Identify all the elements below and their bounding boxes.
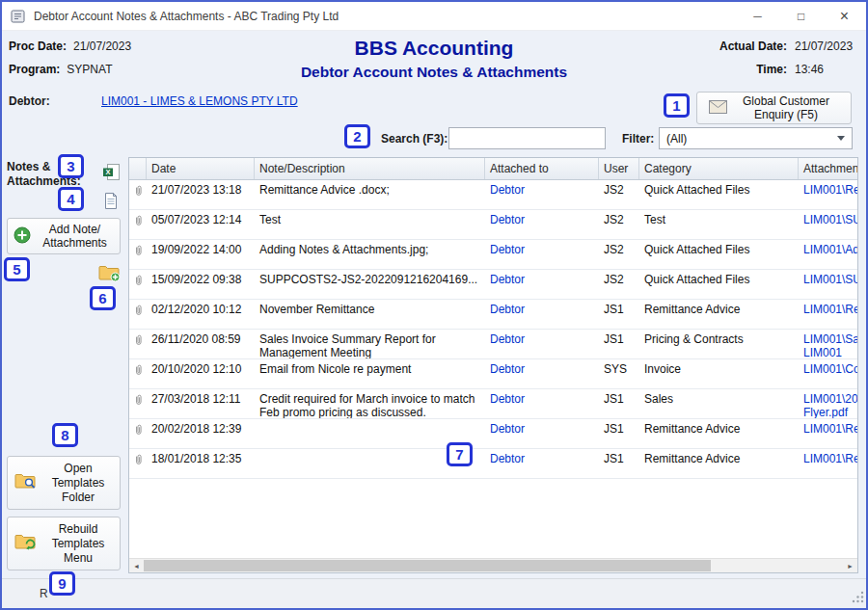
close-button[interactable]: × <box>823 2 866 31</box>
attachment-indicator-cell <box>129 389 147 418</box>
cell-attached-to[interactable]: Debtor <box>485 359 599 388</box>
cell-attachment[interactable]: LIM001\Rem <box>799 419 857 448</box>
resize-grip-icon[interactable] <box>852 591 864 606</box>
column-header-icon[interactable] <box>129 158 147 179</box>
cell-attachment[interactable]: LIM001\Rem <box>799 180 857 209</box>
minimize-button[interactable]: ─ <box>736 2 779 31</box>
cell-attached-to[interactable]: Debtor <box>485 270 599 299</box>
table-row[interactable]: 19/09/2022 14:00 Adding Notes & Attachme… <box>129 240 857 270</box>
column-header-note-description[interactable]: Note/Description <box>255 158 485 179</box>
attachment-indicator-cell <box>129 300 147 329</box>
cell-attached-to[interactable]: Debtor <box>485 330 599 358</box>
cell-attachment[interactable]: LIM001\Com <box>799 359 857 388</box>
column-header-attachment[interactable]: Attachment <box>799 158 857 179</box>
table-header: Date Note/Description Attached to User C… <box>129 158 857 180</box>
search-label: Search (F3): <box>381 132 448 146</box>
table-row[interactable]: 05/07/2023 12:14 Test Debtor JS2 Test LI… <box>129 210 857 240</box>
scroll-left-icon[interactable]: ◄ <box>129 559 144 572</box>
open-templates-folder-button[interactable]: Open Templates Folder <box>7 456 121 510</box>
scrollbar-thumb[interactable] <box>144 560 711 571</box>
attachment-indicator-cell <box>129 180 147 209</box>
cell-note: SUPPCOSTS2-JS2-2022091216204169... <box>255 270 485 299</box>
annotation-badge-2: 2 <box>344 124 370 148</box>
cell-category: Quick Attached Files <box>639 180 799 209</box>
table-row[interactable]: 18/01/2018 12:35 Debtor JS1 Remittance A… <box>129 449 857 479</box>
column-header-category[interactable]: Category <box>639 158 799 179</box>
debtor-label: Debtor: <box>9 94 50 108</box>
debtor-link[interactable]: LIM001 - LIMES & LEMONS PTY LTD <box>101 94 298 108</box>
status-text: R <box>40 587 48 600</box>
maximize-button[interactable]: □ <box>779 2 823 31</box>
filter-selected-value: (All) <box>666 132 837 146</box>
table-row[interactable]: 02/12/2020 10:12 November Remittance Deb… <box>129 300 857 330</box>
table-row[interactable]: 20/02/2018 12:39 Debtor JS1 Remittance A… <box>129 419 857 449</box>
annotation-badge-8: 8 <box>52 423 78 447</box>
cell-category: Pricing & Contracts <box>639 330 799 358</box>
rebuild-templates-menu-label: Rebuild Templates Menu <box>43 522 113 566</box>
paperclip-icon <box>133 423 144 448</box>
app-icon <box>11 9 26 24</box>
cell-attached-to[interactable]: Debtor <box>485 389 599 418</box>
filter-select[interactable]: (All) <box>659 127 853 149</box>
titlebar[interactable]: Debtor Account Notes & Attachments - ABC… <box>2 2 866 31</box>
cell-note: Sales Invoice Summary Report for Managem… <box>255 330 485 358</box>
cell-attached-to[interactable]: Debtor <box>485 419 599 448</box>
add-note-attachments-label: Add Note/ Attachments <box>36 223 115 250</box>
svg-text:X: X <box>105 168 110 176</box>
attachment-indicator-cell <box>129 240 147 269</box>
cell-note: November Remittance <box>255 300 485 329</box>
chevron-down-icon <box>837 136 845 141</box>
add-note-attachments-button[interactable]: Add Note/ Attachments <box>7 218 121 254</box>
document-button[interactable] <box>99 191 122 214</box>
global-customer-enquiry-button[interactable]: Global Customer Enquiry (F5) <box>696 92 852 124</box>
rebuild-templates-menu-button[interactable]: Rebuild Templates Menu <box>7 517 121 570</box>
cell-attached-to[interactable]: Debtor <box>485 449 599 478</box>
cell-attachment[interactable]: LIM001\SUP <box>799 210 857 239</box>
cell-attachment[interactable]: LIM001\Add <box>799 240 857 269</box>
cell-date: 26/11/2020 08:59 <box>147 330 255 358</box>
column-header-attached-to[interactable]: Attached to <box>485 158 599 179</box>
export-excel-button[interactable]: X <box>99 162 122 185</box>
paperclip-icon <box>133 274 144 299</box>
cell-date: 20/02/2018 12:39 <box>147 419 255 448</box>
annotation-badge-6: 6 <box>90 286 116 310</box>
table-row[interactable]: 20/10/2020 12:10 Email from Nicole re pa… <box>129 359 857 389</box>
cell-date: 21/07/2023 13:18 <box>147 180 255 209</box>
cell-date: 02/12/2020 10:12 <box>147 300 255 329</box>
cell-attachment[interactable]: LIM001\SUP <box>799 270 857 299</box>
paperclip-icon <box>133 453 144 478</box>
scroll-right-icon[interactable]: ► <box>843 559 857 572</box>
cell-category: Quick Attached Files <box>639 240 799 269</box>
cell-attachment[interactable]: LIM001\201 Flyer.pdf <box>799 389 857 418</box>
cell-attached-to[interactable]: Debtor <box>485 240 599 269</box>
annotation-badge-1: 1 <box>664 93 690 118</box>
cell-user: JS1 <box>599 449 639 478</box>
quick-attach-folder-button[interactable] <box>95 260 124 289</box>
actual-date-value: 21/07/2023 <box>795 40 856 53</box>
attachment-indicator-cell <box>129 210 147 239</box>
attachment-indicator-cell <box>129 359 147 388</box>
column-header-date[interactable]: Date <box>147 158 255 179</box>
cell-attached-to[interactable]: Debtor <box>485 300 599 329</box>
horizontal-scrollbar[interactable]: ◄ ► <box>129 558 857 572</box>
annotation-badge-5: 5 <box>4 257 30 281</box>
cell-attachment[interactable]: LIM001\Rem <box>799 300 857 329</box>
cell-category: Remittance Advice <box>639 300 799 329</box>
table-row[interactable]: 26/11/2020 08:59 Sales Invoice Summary R… <box>129 330 857 359</box>
table-row[interactable]: 15/09/2022 09:38 SUPPCOSTS2-JS2-20220912… <box>129 270 857 300</box>
cell-attachment[interactable]: LIM001\Rem <box>799 449 857 478</box>
cell-category: Remittance Advice <box>639 449 799 478</box>
table-row[interactable]: 27/03/2018 12:11 Credit required for Mar… <box>129 389 857 419</box>
cell-note: Test <box>255 210 485 239</box>
folder-search-icon <box>14 472 38 494</box>
cell-attachment[interactable]: LIM001\Sale LIM001 202 <box>799 330 857 358</box>
cell-date: 19/09/2022 14:00 <box>147 240 255 269</box>
paperclip-icon <box>133 184 144 209</box>
table-row[interactable]: 21/07/2023 13:18 Remittance Advice .docx… <box>129 180 857 210</box>
cell-attached-to[interactable]: Debtor <box>485 180 599 209</box>
actual-date-label: Actual Date: <box>719 40 787 53</box>
time-value: 13:46 <box>795 63 856 76</box>
cell-attached-to[interactable]: Debtor <box>485 210 599 239</box>
search-input[interactable] <box>448 127 606 149</box>
column-header-user[interactable]: User <box>599 158 639 179</box>
